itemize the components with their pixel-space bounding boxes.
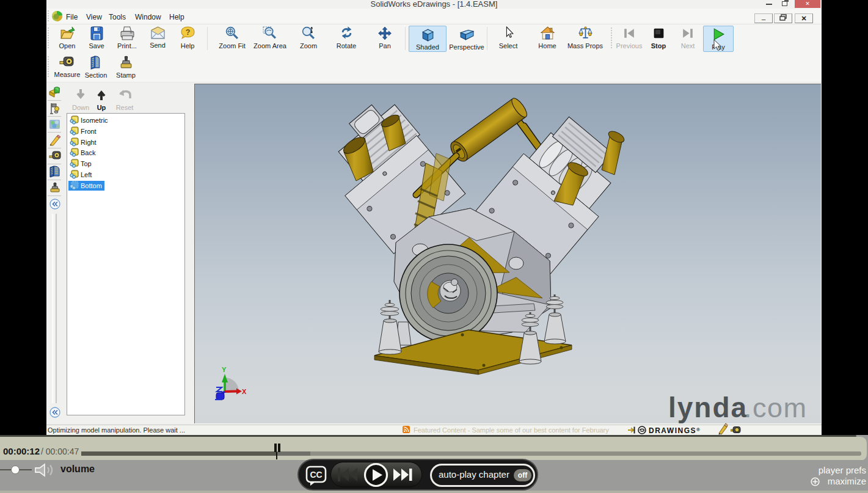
svg-text:CC: CC bbox=[310, 470, 322, 480]
svg-text:lynda: lynda bbox=[668, 392, 748, 423]
svg-text:X: X bbox=[242, 388, 247, 395]
svg-text:?: ? bbox=[185, 28, 190, 37]
svg-text:.com: .com bbox=[744, 392, 808, 423]
svg-text:Y: Y bbox=[222, 366, 227, 373]
